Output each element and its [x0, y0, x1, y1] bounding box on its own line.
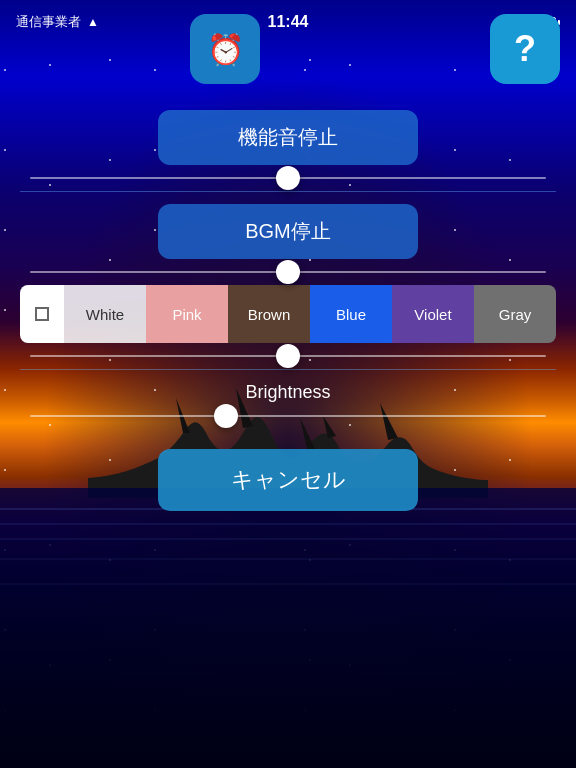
brightness-slider-container [20, 415, 556, 417]
alarm-icon: ⏰ [207, 32, 244, 67]
sound-slider-track [30, 177, 546, 179]
color-blue[interactable]: Blue [310, 285, 392, 343]
divider-2 [20, 369, 556, 370]
color-gray[interactable]: Gray [474, 285, 556, 343]
sound-stop-button[interactable]: 機能音停止 [158, 110, 418, 165]
color-checkbox[interactable] [20, 285, 64, 343]
color-slider-thumb[interactable] [276, 344, 300, 368]
color-brown[interactable]: Brown [228, 285, 310, 343]
brightness-slider-thumb[interactable] [214, 404, 238, 428]
help-button[interactable]: ? [490, 14, 560, 84]
main-content: 機能音停止 BGM停止 White Pink Brown Blue Violet… [0, 90, 576, 768]
cancel-button[interactable]: キャンセル [158, 449, 418, 511]
bgm-slider-container [20, 271, 556, 273]
color-slider-container [20, 355, 556, 357]
sound-slider-thumb[interactable] [276, 166, 300, 190]
color-pink[interactable]: Pink [146, 285, 228, 343]
color-white[interactable]: White [64, 285, 146, 343]
divider-1 [20, 191, 556, 192]
brightness-slider-track [30, 415, 546, 417]
color-violet[interactable]: Violet [392, 285, 474, 343]
alarm-button[interactable]: ⏰ [190, 14, 260, 84]
color-slider-track [30, 355, 546, 357]
help-icon: ? [514, 28, 536, 70]
top-buttons: ⏰ ? [0, 14, 576, 84]
color-checkbox-inner [35, 307, 49, 321]
bgm-slider-track [30, 271, 546, 273]
brightness-label: Brightness [245, 382, 330, 403]
bgm-slider-thumb[interactable] [276, 260, 300, 284]
bgm-stop-button[interactable]: BGM停止 [158, 204, 418, 259]
sound-slider-container [20, 177, 556, 179]
color-selector-row: White Pink Brown Blue Violet Gray [20, 285, 556, 343]
